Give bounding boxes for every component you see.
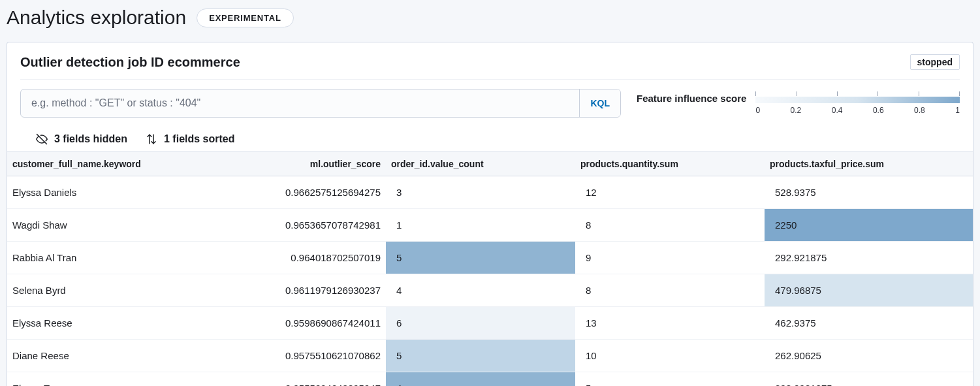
legend-tick-mark: [877, 91, 878, 96]
panel-header: Outlier detection job ID ecommerce stopp…: [7, 42, 973, 79]
panel-title: Outlier detection job ID ecommerce: [20, 55, 240, 70]
cell-customer: Elyssa Tran: [7, 372, 197, 387]
hidden-fields-label: 3 fields hidden: [54, 133, 127, 145]
legend-tick: 0.4: [832, 106, 843, 115]
cell-price: 479.96875: [765, 274, 973, 307]
cell-quantity: 12: [575, 176, 765, 209]
cell-order-count: 4: [386, 372, 575, 387]
table-row[interactable]: Elyssa Reese0.9598690867424011613462.937…: [7, 307, 973, 340]
status-badge: stopped: [910, 54, 960, 70]
cell-outlier-score: 0.9598690867424011: [197, 307, 386, 340]
search-input[interactable]: [21, 89, 579, 117]
legend-label: Feature influence score: [637, 91, 746, 104]
cell-customer: Rabbia Al Tran: [7, 242, 197, 274]
page-header: Analytics exploration EXPERIMENTAL: [0, 0, 980, 42]
cell-quantity: 5: [575, 372, 765, 387]
experimental-badge: EXPERIMENTAL: [197, 8, 293, 27]
legend-gradient: [755, 97, 960, 103]
column-header-order-count[interactable]: order_id.value_count: [386, 152, 575, 176]
cell-price: 462.9375: [765, 307, 973, 340]
table-header-row: customer_full_name.keyword ml.outlier_sc…: [7, 152, 973, 176]
legend-tick: 0.6: [873, 106, 884, 115]
results-panel: Outlier detection job ID ecommerce stopp…: [7, 42, 973, 386]
cell-quantity: 8: [575, 209, 765, 242]
legend-tick-mark: [755, 91, 756, 96]
legend-tick: 0.2: [791, 106, 802, 115]
cell-customer: Elyssa Reese: [7, 307, 197, 340]
legend-tick-mark: [797, 91, 797, 96]
sort-icon: [146, 133, 157, 145]
cell-customer: Elyssa Daniels: [7, 176, 197, 209]
sorted-fields-label: 1 fields sorted: [164, 133, 234, 145]
results-table: customer_full_name.keyword ml.outlier_sc…: [7, 152, 973, 386]
page-title: Analytics exploration: [7, 7, 186, 29]
cell-quantity: 13: [575, 307, 765, 340]
eye-off-icon: [36, 133, 48, 145]
column-header-customer[interactable]: customer_full_name.keyword: [7, 152, 197, 176]
cell-customer: Diane Reese: [7, 340, 197, 372]
cell-price: 223.9921875: [765, 372, 973, 387]
legend-tick-mark: [959, 91, 960, 96]
table-row[interactable]: Rabbia Al Tran0.96401870250701959292.921…: [7, 242, 973, 274]
cell-outlier-score: 0.9653657078742981: [197, 209, 386, 242]
legend-tick-mark: [919, 91, 919, 96]
legend-tick-marks: [755, 91, 960, 97]
feature-influence-legend: Feature influence score 0 0.2 0.4 0.6 0.…: [637, 91, 960, 115]
cell-order-count: 4: [386, 274, 575, 307]
cell-price: 292.921875: [765, 242, 973, 274]
cell-outlier-score: 0.9662575125694275: [197, 176, 386, 209]
table-row[interactable]: Elyssa Tran0.955509424209594745223.99218…: [7, 372, 973, 387]
column-header-outlier-score[interactable]: ml.outlier_score: [197, 152, 386, 176]
cell-quantity: 9: [575, 242, 765, 274]
legend-tick-mark: [837, 91, 838, 96]
cell-order-count: 1: [386, 209, 575, 242]
controls-row: KQL Feature influence score 0 0.2 0.4: [7, 80, 973, 127]
cell-outlier-score: 0.9611979126930237: [197, 274, 386, 307]
search-bar: KQL: [20, 89, 621, 118]
legend-tick-labels: 0 0.2 0.4 0.6 0.8 1: [755, 106, 960, 115]
cell-order-count: 6: [386, 307, 575, 340]
cell-quantity: 10: [575, 340, 765, 372]
table-row[interactable]: Elyssa Daniels0.9662575125694275312528.9…: [7, 176, 973, 209]
hidden-fields-button[interactable]: 3 fields hidden: [36, 133, 127, 145]
table-row[interactable]: Wagdi Shaw0.9653657078742981182250: [7, 209, 973, 242]
cell-order-count: 5: [386, 340, 575, 372]
legend-tick: 0.8: [914, 106, 925, 115]
legend-tick: 1: [955, 106, 960, 115]
cell-price: 2250: [765, 209, 973, 242]
legend-scale: 0 0.2 0.4 0.6 0.8 1: [755, 91, 960, 115]
cell-customer: Wagdi Shaw: [7, 209, 197, 242]
cell-quantity: 8: [575, 274, 765, 307]
column-header-quantity[interactable]: products.quantity.sum: [575, 152, 765, 176]
cell-price: 528.9375: [765, 176, 973, 209]
sorted-fields-button[interactable]: 1 fields sorted: [146, 133, 234, 145]
table-toolbar: 3 fields hidden 1 fields sorted: [7, 127, 973, 152]
cell-order-count: 5: [386, 242, 575, 274]
cell-price: 262.90625: [765, 340, 973, 372]
table-row[interactable]: Selena Byrd0.961197912693023748479.96875: [7, 274, 973, 307]
column-header-price[interactable]: products.taxful_price.sum: [765, 152, 973, 176]
cell-outlier-score: 0.964018702507019: [197, 242, 386, 274]
legend-tick: 0: [755, 106, 760, 115]
kql-button[interactable]: KQL: [579, 89, 620, 117]
table-row[interactable]: Diane Reese0.9575510621070862510262.9062…: [7, 340, 973, 372]
cell-outlier-score: 0.9555094242095947: [197, 372, 386, 387]
cell-customer: Selena Byrd: [7, 274, 197, 307]
cell-outlier-score: 0.9575510621070862: [197, 340, 386, 372]
cell-order-count: 3: [386, 176, 575, 209]
